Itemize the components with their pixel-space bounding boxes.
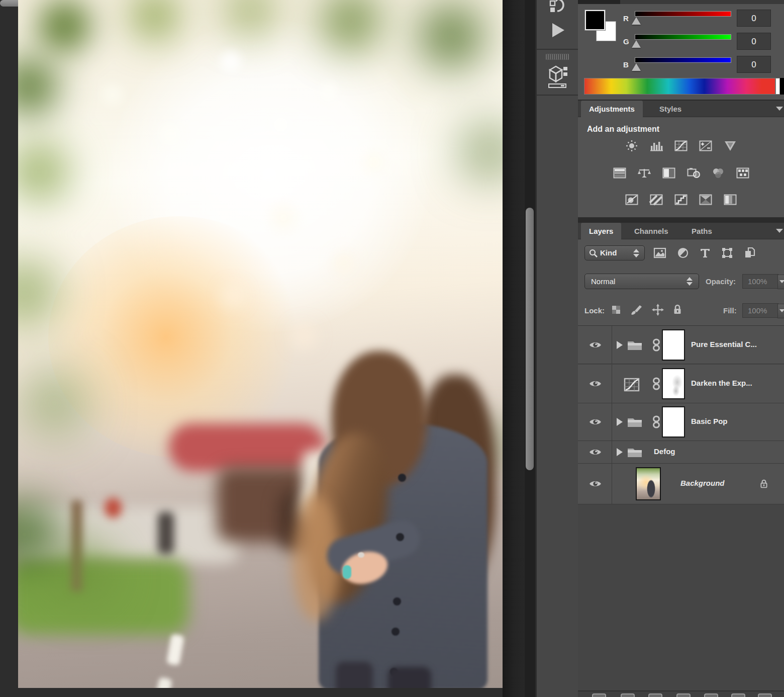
black-white-icon[interactable] bbox=[661, 167, 676, 179]
mask-link-icon[interactable] bbox=[652, 377, 661, 390]
layer-thumbnail[interactable] bbox=[636, 467, 661, 500]
tab-paths[interactable]: Paths bbox=[683, 223, 720, 239]
foreground-color-swatch[interactable] bbox=[585, 10, 605, 30]
type-layer-filter-icon[interactable] bbox=[700, 247, 711, 258]
layer-mask-thumbnail[interactable] bbox=[662, 368, 685, 399]
delete-layer-icon[interactable] bbox=[758, 693, 772, 697]
pixel-layer-filter-icon[interactable] bbox=[653, 247, 666, 258]
3d-panel-icon[interactable] bbox=[546, 63, 569, 89]
red-value-field[interactable]: 0 bbox=[737, 10, 771, 27]
layer-mask-thumbnail[interactable] bbox=[662, 406, 685, 438]
layer-name[interactable]: Defog bbox=[654, 447, 675, 456]
dropdown-arrow-icon[interactable] bbox=[777, 275, 784, 289]
mask-link-icon[interactable] bbox=[652, 338, 661, 352]
add-mask-icon[interactable] bbox=[648, 693, 662, 697]
layer-row[interactable]: Basic Pop bbox=[578, 403, 784, 441]
opacity-field[interactable]: 100% bbox=[742, 274, 778, 289]
layer-filter-kind-dropdown[interactable]: Kind bbox=[584, 245, 645, 260]
vibrance-icon[interactable] bbox=[723, 140, 738, 152]
visibility-toggle[interactable] bbox=[578, 365, 612, 403]
new-layer-icon[interactable] bbox=[731, 693, 745, 697]
vertical-scrollbar-track[interactable] bbox=[525, 0, 535, 697]
hue-saturation-icon[interactable] bbox=[612, 167, 627, 179]
brightness-contrast-icon[interactable] bbox=[624, 140, 639, 152]
green-slider-thumb[interactable] bbox=[632, 40, 641, 48]
visibility-toggle[interactable] bbox=[578, 326, 612, 364]
visibility-toggle[interactable] bbox=[578, 464, 612, 504]
posterize-icon[interactable] bbox=[649, 194, 664, 206]
new-group-icon[interactable] bbox=[704, 693, 718, 697]
photo-road-dash bbox=[166, 634, 184, 666]
vertical-scrollbar-thumb[interactable] bbox=[526, 208, 534, 470]
expand-arrow-icon[interactable] bbox=[617, 341, 623, 349]
adjustment-layer-filter-icon[interactable] bbox=[677, 247, 689, 259]
spectrum-white-swatch[interactable] bbox=[775, 78, 780, 95]
blend-mode-dropdown[interactable]: Normal bbox=[584, 274, 699, 289]
layer-name[interactable]: Background bbox=[680, 479, 725, 487]
tab-styles[interactable]: Styles bbox=[651, 101, 690, 117]
layer-mask-thumbnail[interactable] bbox=[662, 329, 685, 361]
layer-name[interactable]: Darken the Exp... bbox=[691, 379, 752, 387]
invert-icon[interactable] bbox=[624, 194, 639, 206]
selective-color-icon[interactable] bbox=[698, 194, 713, 206]
photo-red-flowers bbox=[105, 498, 122, 518]
photo-legs bbox=[336, 662, 373, 688]
blue-slider-track[interactable] bbox=[635, 57, 731, 63]
layer-style-fx-icon[interactable] bbox=[621, 693, 635, 697]
photo-filter-icon[interactable] bbox=[686, 167, 701, 179]
layer-row[interactable]: Pure Essential C... bbox=[578, 326, 784, 364]
tab-channels[interactable]: Channels bbox=[626, 223, 676, 239]
link-layers-icon[interactable] bbox=[592, 693, 606, 697]
expand-arrow-icon[interactable] bbox=[617, 448, 623, 456]
chevron-down-icon bbox=[633, 254, 639, 257]
new-adjustment-icon[interactable] bbox=[676, 693, 691, 697]
color-spectrum-ramp[interactable] bbox=[584, 78, 775, 95]
history-panel-icon[interactable] bbox=[547, 0, 567, 15]
spectrum-black-swatch[interactable] bbox=[780, 78, 784, 95]
add-adjustment-heading: Add an adjustment bbox=[587, 125, 659, 134]
green-slider-track[interactable] bbox=[635, 34, 731, 40]
dock-grip-handle[interactable] bbox=[546, 54, 569, 60]
blend-mode-value: Normal bbox=[591, 277, 615, 286]
channel-mixer-icon[interactable] bbox=[711, 167, 726, 179]
levels-icon[interactable] bbox=[649, 140, 664, 152]
green-value-field[interactable]: 0 bbox=[737, 33, 771, 50]
lock-transparency-icon[interactable] bbox=[611, 305, 621, 315]
red-slider-track[interactable] bbox=[635, 11, 731, 17]
actions-play-icon[interactable] bbox=[548, 21, 566, 39]
layer-row[interactable]: Darken the Exp... bbox=[578, 365, 784, 403]
fill-field[interactable]: 100% bbox=[742, 303, 778, 318]
curves-adjustment-icon bbox=[624, 378, 640, 392]
dropdown-arrow-icon[interactable] bbox=[777, 304, 784, 318]
red-slider-thumb[interactable] bbox=[632, 17, 641, 25]
visibility-toggle[interactable] bbox=[578, 403, 612, 441]
panel-dock bbox=[536, 0, 578, 697]
layer-name[interactable]: Pure Essential C... bbox=[691, 340, 757, 349]
expand-arrow-icon[interactable] bbox=[617, 418, 623, 426]
layer-name[interactable]: Basic Pop bbox=[691, 417, 728, 425]
visibility-toggle[interactable] bbox=[578, 441, 612, 463]
gradient-map-icon[interactable] bbox=[723, 194, 738, 206]
panel-menu-icon[interactable] bbox=[776, 229, 783, 233]
canvas-image[interactable] bbox=[18, 0, 503, 688]
lock-all-icon[interactable] bbox=[673, 304, 682, 315]
exposure-icon[interactable] bbox=[698, 140, 713, 152]
panel-menu-icon[interactable] bbox=[776, 107, 783, 111]
blue-value-field[interactable]: 0 bbox=[737, 56, 771, 73]
smart-object-filter-icon[interactable] bbox=[744, 247, 756, 259]
tab-layers[interactable]: Layers bbox=[581, 223, 621, 239]
layers-bottom-bar bbox=[578, 690, 784, 697]
layer-row[interactable]: Background bbox=[578, 464, 784, 504]
blue-slider-thumb[interactable] bbox=[632, 63, 641, 71]
shape-layer-filter-icon[interactable] bbox=[721, 247, 733, 259]
lock-pixels-icon[interactable] bbox=[630, 304, 642, 315]
color-balance-icon[interactable] bbox=[637, 167, 652, 179]
curves-icon[interactable] bbox=[673, 140, 689, 152]
photo-road-dash bbox=[154, 677, 172, 688]
tab-adjustments[interactable]: Adjustments bbox=[581, 101, 643, 117]
lock-position-icon[interactable] bbox=[652, 304, 664, 316]
color-lookup-icon[interactable] bbox=[735, 167, 750, 179]
mask-link-icon[interactable] bbox=[652, 415, 661, 428]
threshold-icon[interactable] bbox=[673, 194, 689, 206]
layer-row[interactable]: Defog bbox=[578, 441, 784, 464]
